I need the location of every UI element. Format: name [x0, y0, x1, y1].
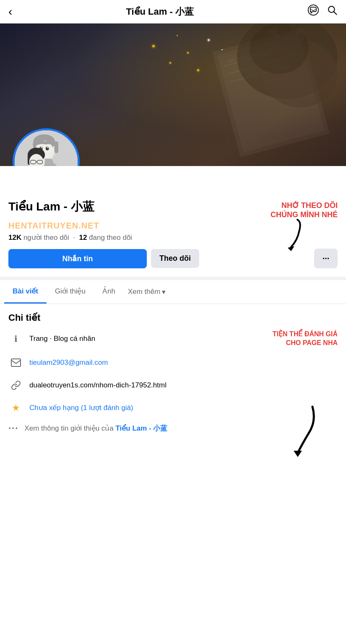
svg-point-23	[41, 147, 42, 148]
profile-tabs: Bài viết Giới thiệu Ảnh Xem thêm ▾	[0, 280, 346, 304]
rating-cta-text: TIỆN THỂ ĐÁNH GIÁCHO PAGE NHA	[273, 330, 338, 348]
tab-anh[interactable]: Ảnh	[94, 280, 124, 304]
page-title: Tiểu Lam - 小蓝	[126, 5, 194, 18]
details-title: Chi tiết	[8, 312, 338, 323]
rating-link[interactable]: Chưa xếp hạng (1 lượt đánh giá)	[29, 404, 133, 412]
profile-name: Tiểu Lam - 小蓝	[8, 200, 94, 214]
top-navigation: ‹ Tiểu Lam - 小蓝	[0, 0, 346, 23]
back-button[interactable]: ‹	[8, 5, 12, 18]
website-text[interactable]: dualeotruyen1s.com/nhom-dich-17952.html	[29, 381, 166, 390]
messenger-icon[interactable]	[307, 4, 319, 19]
details-section: Chi tiết ℹ Trang · Blog cá nhân TIỆN THỂ…	[0, 304, 346, 415]
tab-gioi-thieu[interactable]: Giới thiệu	[47, 280, 94, 304]
link-icon	[8, 378, 23, 393]
nav-icons-group	[307, 4, 338, 19]
tab-xem-them[interactable]: Xem thêm ▾	[124, 281, 170, 303]
svg-point-11	[250, 23, 308, 74]
email-link[interactable]: tieulam2903@gmail.com	[29, 358, 108, 366]
profile-info: Tiểu Lam - 小蓝 NHỚ THEO DÕICHÚNG MÌNH NHÉ…	[0, 166, 346, 268]
svg-point-0	[308, 5, 319, 16]
svg-marker-36	[294, 451, 302, 457]
svg-rect-35	[11, 359, 21, 366]
more-dots-icon: ···	[8, 423, 18, 434]
detail-item-trang: ℹ Trang · Blog cá nhân TIỆN THỂ ĐÁNH GIÁ…	[8, 330, 338, 348]
tab-bai-viet[interactable]: Bài viết	[4, 280, 47, 304]
follow-arrow-annotation	[268, 218, 306, 251]
svg-line-2	[334, 12, 337, 15]
rating-arrow-annotation	[275, 405, 325, 459]
info-icon: ℹ	[8, 331, 23, 346]
message-button[interactable]: Nhắn tin	[8, 249, 147, 268]
detail-item-website: dualeotruyen1s.com/nhom-dich-17952.html	[8, 378, 338, 393]
section-divider	[0, 277, 346, 280]
action-buttons: Nhắn tin Theo dõi ···	[8, 249, 338, 268]
chevron-down-icon: ▾	[162, 288, 166, 296]
follow-button[interactable]: Theo dõi	[151, 249, 199, 268]
star-icon: ★	[8, 400, 23, 415]
detail-item-email: tieulam2903@gmail.com	[8, 355, 338, 370]
email-icon	[8, 355, 23, 370]
cover-photo: tiểu thuyết · pudding sóa dịch	[0, 23, 346, 166]
follow-cta-text: NHỚ THEO DÕICHÚNG MÌNH NHÉ	[271, 201, 338, 219]
page-type-text: Trang · Blog cá nhân	[29, 335, 267, 343]
svg-point-22	[46, 147, 49, 150]
more-options-button[interactable]: ···	[314, 249, 338, 268]
more-info-text: Xem thông tin giới thiệu của Tiểu Lam - …	[24, 423, 167, 433]
search-icon[interactable]	[327, 5, 338, 18]
svg-point-24	[47, 147, 48, 148]
